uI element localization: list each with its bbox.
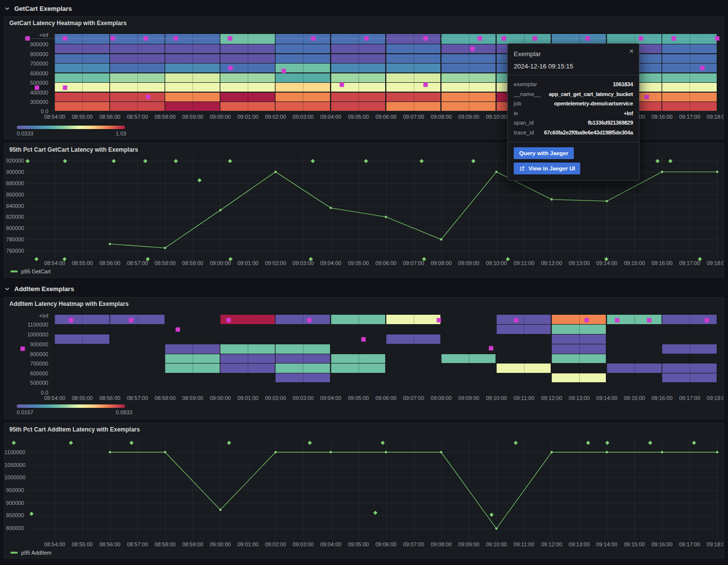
exemplar-marker[interactable] bbox=[672, 36, 676, 41]
y-axis-label: 820000 bbox=[4, 214, 24, 220]
y-axis-label: 950000 bbox=[4, 487, 24, 493]
exemplar-marker[interactable] bbox=[715, 36, 720, 41]
row-title: GetCart Exemplars bbox=[14, 5, 72, 12]
tooltip-header: Exemplar ✕ 2024-12-16 09:15:15 bbox=[508, 44, 639, 75]
x-axis-label: 09:18:00 bbox=[701, 260, 724, 266]
button-label: View in Jaeger UI bbox=[529, 166, 575, 171]
exemplar-marker[interactable] bbox=[700, 66, 705, 70]
exemplar-marker[interactable] bbox=[645, 95, 649, 100]
panel-additem-latency: 95th Pct Cart AddItem Latency with Exemp… bbox=[4, 423, 724, 559]
exemplar-marker[interactable] bbox=[470, 47, 475, 51]
exemplar-marker[interactable] bbox=[639, 36, 643, 41]
exemplar-marker[interactable] bbox=[35, 86, 39, 90]
panel-title: GetCart Latency Heatmap with Exemplars bbox=[4, 17, 724, 30]
exemplar-marker[interactable] bbox=[282, 69, 286, 73]
exemplar-marker[interactable] bbox=[227, 318, 231, 323]
view-in-jaeger-button[interactable]: View in Jaeger UI bbox=[514, 163, 580, 174]
y-axis-label: 800000 bbox=[4, 525, 24, 531]
exemplar-marker[interactable] bbox=[228, 36, 232, 41]
field-value: fb1336d921369829 bbox=[588, 118, 633, 128]
y-axis-label: 850000 bbox=[4, 512, 24, 518]
exemplar-marker[interactable] bbox=[478, 36, 482, 41]
field-value: +Inf bbox=[624, 109, 633, 119]
exemplar-marker[interactable] bbox=[489, 346, 494, 351]
exemplar-marker[interactable] bbox=[129, 318, 133, 323]
exemplar-marker[interactable] bbox=[437, 318, 441, 323]
y-axis-label: 1100000 bbox=[4, 449, 24, 455]
exemplar-marker[interactable] bbox=[26, 36, 30, 41]
button-label: Query with Jaeger bbox=[519, 150, 568, 156]
series-line bbox=[4, 423, 724, 559]
exemplar-marker[interactable] bbox=[21, 347, 25, 351]
exemplar-marker[interactable] bbox=[176, 328, 180, 332]
tooltip-field-row: trace_id67c60fa2e2f0ba9e6e43d198f5de304a bbox=[514, 128, 633, 138]
exemplar-marker[interactable] bbox=[514, 318, 519, 323]
exemplar-marker[interactable] bbox=[705, 318, 709, 323]
field-value: 67c60fa2e2f0ba9e6e43d198f5de304a bbox=[544, 128, 633, 138]
close-icon[interactable]: ✕ bbox=[629, 48, 634, 55]
series-legend[interactable]: p95 GetCart bbox=[10, 268, 51, 274]
exemplar-marker[interactable] bbox=[63, 86, 67, 90]
exemplar-marker[interactable] bbox=[615, 318, 620, 323]
exemplar-marker[interactable] bbox=[533, 36, 537, 41]
y-axis-label: 900000 bbox=[4, 41, 48, 47]
color-scale-min: 0.0333 bbox=[17, 131, 33, 136]
x-axis-label: 09:18:00 bbox=[701, 541, 724, 547]
exemplar-marker[interactable] bbox=[586, 36, 590, 41]
exemplar-marker[interactable] bbox=[111, 36, 115, 41]
exemplar-marker[interactable] bbox=[424, 83, 428, 87]
row-header-additem-exemplars[interactable]: AddItem Exemplars bbox=[4, 283, 74, 295]
exemplar-marker[interactable] bbox=[340, 83, 344, 87]
color-scale bbox=[17, 404, 125, 408]
y-axis-label: 860000 bbox=[4, 192, 24, 198]
tooltip-field-row: le+Inf bbox=[514, 109, 633, 119]
y-axis-label: 500000 bbox=[4, 80, 48, 86]
exemplar-marker[interactable] bbox=[307, 318, 312, 323]
y-axis-label: 840000 bbox=[4, 203, 24, 209]
exemplar-marker[interactable] bbox=[69, 318, 73, 323]
color-scale bbox=[17, 126, 125, 129]
y-axis-label: 1000000 bbox=[4, 474, 24, 480]
field-key: trace_id bbox=[514, 128, 534, 138]
y-axis-label: 780000 bbox=[4, 236, 24, 242]
panel-additem-heatmap: AddItem Latency Heatmap with Exemplars +… bbox=[4, 297, 724, 419]
exemplar-marker[interactable] bbox=[229, 66, 233, 70]
exemplar-marker[interactable] bbox=[362, 337, 366, 342]
row-title: AddItem Exemplars bbox=[14, 285, 74, 293]
y-axis-label: 800000 bbox=[4, 351, 48, 357]
y-axis-label: 1100000 bbox=[4, 322, 48, 328]
legend-swatch bbox=[10, 270, 18, 272]
x-axis-label: 09:18:00 bbox=[701, 114, 724, 120]
tooltip-field-row: span_idfb1336d921369829 bbox=[514, 118, 633, 128]
row-header-getcart-exemplars[interactable]: GetCart Exemplars bbox=[4, 2, 72, 14]
legend-label: p95 GetCart bbox=[21, 268, 51, 274]
y-axis-label: 800000 bbox=[4, 225, 24, 231]
exemplar-marker[interactable] bbox=[502, 36, 506, 41]
exemplar-marker[interactable] bbox=[63, 36, 67, 41]
exemplar-marker[interactable] bbox=[424, 36, 428, 41]
y-axis-label: 900000 bbox=[4, 169, 24, 175]
y-axis-label: 500000 bbox=[4, 380, 48, 386]
field-value: 1061834 bbox=[613, 80, 633, 90]
y-axis-label: 600000 bbox=[4, 70, 48, 76]
y-axis-label: 900000 bbox=[4, 341, 48, 347]
exemplar-marker[interactable] bbox=[364, 36, 369, 41]
field-key: __name__ bbox=[514, 90, 540, 100]
exemplar-marker[interactable] bbox=[311, 36, 316, 41]
series-legend[interactable]: p95 AddItem bbox=[10, 550, 52, 556]
exemplar-marker[interactable] bbox=[647, 318, 652, 323]
y-axis-label: 700000 bbox=[4, 61, 48, 66]
y-axis-label: 1000000 bbox=[4, 332, 48, 337]
y-axis-label: 700000 bbox=[4, 361, 48, 366]
query-with-jaeger-button[interactable]: Query with Jaeger bbox=[514, 147, 574, 159]
exemplar-marker[interactable] bbox=[174, 36, 178, 41]
field-key: le bbox=[514, 109, 518, 119]
panel-title: AddItem Latency Heatmap with Exemplars bbox=[4, 298, 724, 310]
y-axis-label: 880000 bbox=[4, 180, 24, 186]
y-axis-label: +Inf bbox=[4, 313, 48, 319]
y-axis-label: 900000 bbox=[4, 500, 24, 506]
exemplar-marker[interactable] bbox=[585, 318, 589, 323]
color-scale-max: 0.0833 bbox=[116, 409, 132, 415]
exemplar-marker[interactable] bbox=[146, 95, 151, 100]
exemplar-marker[interactable] bbox=[144, 36, 148, 41]
